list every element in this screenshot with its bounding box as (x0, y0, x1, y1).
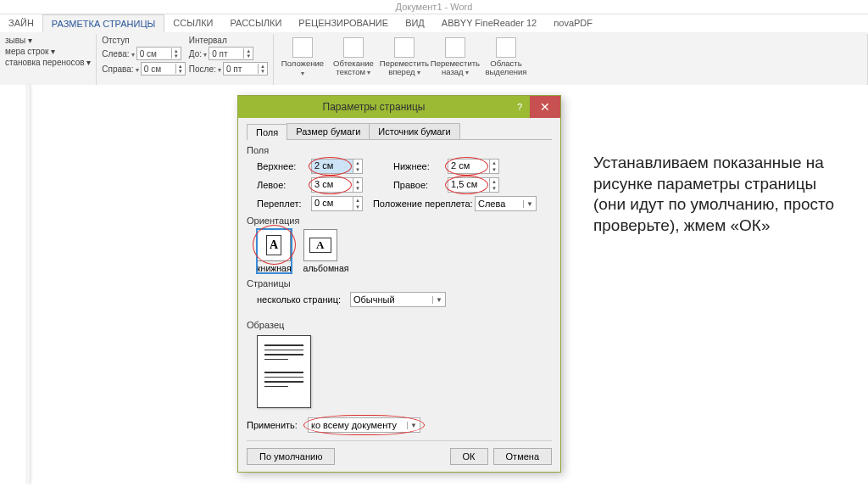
wrap-text-button[interactable]: Обтекание текстом (330, 36, 377, 77)
orientation-landscape[interactable]: A альбомная (303, 229, 349, 273)
interval-label: Интервал (189, 36, 268, 45)
tab-novapdf[interactable]: novaPDF (545, 14, 601, 32)
position-icon (292, 37, 313, 58)
selection-icon (496, 37, 516, 58)
spacing-after-label: После: (189, 64, 221, 74)
preview-page-icon (257, 335, 311, 408)
section-fields-label: Поля (247, 145, 552, 155)
margin-left-input[interactable]: 3 см▲▼ (311, 177, 363, 193)
preview-area (257, 335, 552, 408)
dialog-title: Параметры страницы (238, 101, 509, 113)
spacing-after-input[interactable]: 0 пт▲▼ (223, 62, 268, 76)
selection-pane-button[interactable]: Область выделения (482, 36, 530, 76)
page-edge (25, 85, 30, 484)
default-button[interactable]: По умолчанию (247, 448, 335, 465)
section-orientation-label: Ориентация (247, 216, 552, 226)
send-backward-button[interactable]: Переместить назад (431, 36, 479, 77)
spacing-before-label: До: (189, 49, 207, 59)
tab-page-layout[interactable]: РАЗМЕТКА СТРАНИЦЫ (42, 14, 164, 32)
wrap-icon (343, 37, 364, 58)
apply-to-label: Применить: (247, 420, 308, 430)
tab-paper-source[interactable]: Источник бумаги (369, 123, 459, 139)
instruction-text: Устанавливаем показанные на рисунке пара… (593, 153, 848, 237)
multipage-label: несколько страниц: (257, 294, 350, 305)
margin-bottom-label: Нижнее: (393, 161, 448, 171)
gutter-label: Переплет: (257, 199, 311, 209)
margin-right-label: Правое: (393, 180, 448, 190)
indent-left-label: Слева: (102, 49, 134, 59)
tab-review[interactable]: РЕЦЕНЗИРОВАНИЕ (290, 14, 397, 32)
backward-icon (445, 37, 465, 58)
window-title: Документ1 - Word (0, 0, 868, 14)
multipage-select[interactable]: Обычный▼ (350, 292, 446, 307)
page-setup-dialog: Параметры страницы ? ✕ Поля Размер бумаг… (237, 95, 561, 473)
tab-abbyy[interactable]: ABBYY FineReader 12 (433, 14, 545, 32)
gutter-input[interactable]: 0 см▲▼ (311, 196, 363, 211)
dialog-close-button[interactable]: ✕ (530, 96, 560, 118)
tab-references[interactable]: ССЫЛКИ (164, 14, 221, 32)
tab-paper-size[interactable]: Размер бумаги (287, 123, 370, 139)
ribbon-tabs: ЗАЙН РАЗМЕТКА СТРАНИЦЫ ССЫЛКИ РАССЫЛКИ Р… (0, 14, 868, 32)
position-button[interactable]: Положение (279, 36, 326, 78)
margin-top-input[interactable]: 2 см▲▼ (311, 159, 363, 174)
bring-forward-button[interactable]: Переместить вперед (381, 36, 428, 77)
dialog-tabs: Поля Размер бумаги Источник бумаги (247, 123, 552, 140)
margin-left-label: Левое: (257, 180, 311, 190)
indent-label: Отступ (102, 36, 186, 45)
tab-design[interactable]: ЗАЙН (0, 14, 42, 32)
dialog-titlebar: Параметры страницы ? ✕ (238, 96, 560, 118)
margin-bottom-input[interactable]: 2 см▲▼ (448, 159, 499, 174)
gutter-pos-select[interactable]: Слева▼ (475, 196, 537, 211)
ok-button[interactable]: ОК (450, 448, 488, 465)
margin-top-label: Верхнее: (257, 161, 311, 171)
indent-right-label: Справа: (102, 64, 139, 74)
tab-margins[interactable]: Поля (247, 124, 287, 140)
cancel-button[interactable]: Отмена (493, 448, 552, 465)
forward-icon (394, 37, 415, 58)
breaks-menu[interactable]: зывы ▾ (5, 36, 91, 45)
dialog-help-button[interactable]: ? (509, 102, 530, 112)
apply-to-select[interactable]: ко всему документу▼ (308, 417, 420, 433)
section-pages-label: Страницы (247, 278, 552, 288)
gutter-pos-label: Положение переплета: (373, 199, 475, 209)
orientation-portrait[interactable]: A книжная (257, 229, 292, 273)
hyphenation-menu[interactable]: становка переносов ▾ (5, 58, 91, 67)
section-preview-label: Образец (247, 320, 552, 330)
tab-mailings[interactable]: РАССЫЛКИ (221, 14, 290, 32)
indent-right-input[interactable]: 0 см▲▼ (141, 62, 186, 76)
spacing-before-input[interactable]: 0 пт▲▼ (209, 47, 253, 60)
margin-right-input[interactable]: 1,5 см▲▼ (448, 177, 499, 193)
line-numbers-menu[interactable]: мера строк ▾ (5, 47, 91, 56)
tab-view[interactable]: ВИД (397, 14, 433, 32)
indent-left-input[interactable]: 0 см▲▼ (136, 47, 181, 60)
